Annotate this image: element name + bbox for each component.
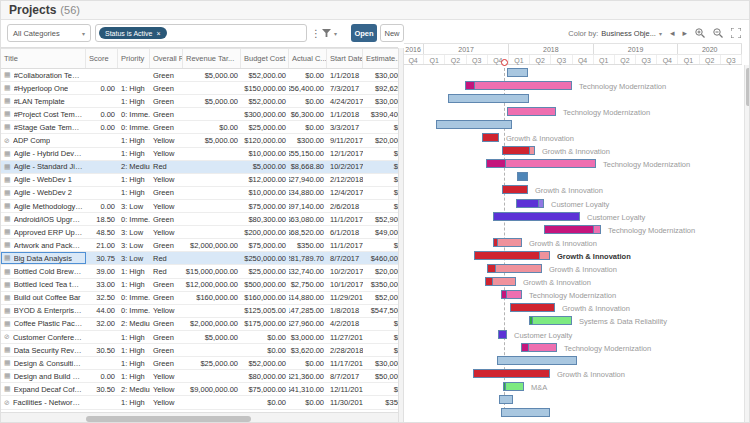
table-row[interactable]: ▦Design and Build New...0.001: HighYello… [1, 370, 398, 383]
gantt-bar-segment[interactable] [501, 408, 550, 417]
zoom-in-button[interactable] [695, 28, 705, 38]
table-row[interactable]: ▦Agile - WebDev 21: HighGreen$10,000.00$… [1, 187, 398, 200]
gantt-bar-segment[interactable] [474, 251, 540, 260]
column-header-overall[interactable]: Overall R... [150, 49, 183, 68]
scroll-right-button[interactable]: ▸ [682, 28, 687, 38]
cell-budget: $80,300.00 [241, 213, 289, 225]
filter-chip[interactable]: Status is Active × [99, 27, 167, 39]
project-title: Agile - Hybrid Develo... [14, 149, 83, 158]
gantt-bar-segment[interactable] [507, 290, 522, 299]
table-row[interactable]: ▦Coffee Plastic Packag...32.002: MediumG… [1, 318, 398, 331]
table-row[interactable]: ▦#Project Cost Template0.000: Imme...Gre… [1, 108, 398, 121]
table-row[interactable]: ▦Agile - WebDev 11: HighYellow$12,000.00… [1, 174, 398, 187]
horizontal-scrollbar-thumb[interactable] [86, 416, 251, 422]
table-row[interactable]: ▦BYOD & Enterprise M...44.000: Imme...Ye… [1, 305, 398, 318]
column-header-actual[interactable]: Actual C... [289, 49, 327, 68]
column-header-budget[interactable]: Budget Cost [241, 49, 289, 68]
column-header-revenue[interactable]: Revenue Tar... [183, 49, 241, 68]
color-by-select[interactable]: Business Obje... [601, 29, 656, 38]
gantt-bar-segment[interactable] [516, 199, 539, 208]
timeline-year: 2016 [404, 44, 424, 54]
cell-revenue: $5,000.00 [183, 135, 241, 147]
gantt-bar-segment[interactable] [473, 369, 550, 378]
gantt-bar-segment[interactable] [493, 277, 516, 286]
new-button[interactable]: New [380, 24, 404, 42]
table-row[interactable]: ▦#LAN Template1: HighGreen$5,000.00$52,0… [1, 95, 398, 108]
gantt-bar-segment[interactable] [506, 159, 596, 168]
gantt-bar-segment[interactable] [502, 185, 528, 194]
column-header-start[interactable]: Start Date [327, 49, 363, 68]
gantt-bar-segment[interactable] [436, 120, 512, 129]
vertical-scrollbar-thumb[interactable] [746, 68, 750, 106]
table-row[interactable]: ▦Artwork and Packagin...21.003: LowGreen… [1, 239, 398, 252]
table-row[interactable]: ▦#Collaboration Templ...Green$5,000.00$5… [1, 69, 398, 82]
gantt-bar-segment[interactable] [521, 343, 529, 352]
gantt-bar-segment[interactable] [475, 81, 572, 90]
category-filter-select[interactable]: All Categories ▾ [7, 24, 91, 42]
gantt-bar-segment[interactable] [496, 264, 542, 273]
column-header-title[interactable]: Title [1, 49, 86, 68]
column-header-priority[interactable]: Priority [118, 49, 150, 68]
table-row[interactable]: ▦Bottled Iced Tea to Gr...33.001: HighGr… [1, 279, 398, 292]
gantt-bar-segment[interactable] [539, 199, 544, 208]
cell-revenue [183, 200, 241, 212]
table-row[interactable]: ▦#Hyperloop One0.001: HighGreen$150,000.… [1, 82, 398, 95]
gantt-bar-segment[interactable] [517, 172, 528, 181]
gantt-bar-segment[interactable] [485, 277, 493, 286]
scroll-left-button[interactable]: ◂ [670, 28, 675, 38]
fit-screen-button[interactable] [731, 28, 741, 38]
table-row[interactable]: ▦Bottled Cold Brew to ...39.001: HighRed… [1, 266, 398, 279]
gantt-bar-segment[interactable] [507, 107, 556, 116]
table-row[interactable]: ⊘ADP Comp1: HighYellow$5,000.00$120,000.… [1, 135, 398, 148]
cell-score [86, 148, 118, 160]
table-row[interactable]: ▦Agile - Standard Jira I...2: MediumRed$… [1, 161, 398, 174]
table-row[interactable]: ▦Expand Decaf Coffee ...30.502: MediumYe… [1, 383, 398, 396]
table-row[interactable]: ▦Android/iOS Upgrade ...18.500: Imme...G… [1, 213, 398, 226]
gantt-bar-segment[interactable] [498, 238, 522, 247]
cell-actual: $6,300.00 [289, 108, 327, 120]
table-row[interactable]: ⊘Customer Conference...1: HighGreen$5,00… [1, 331, 398, 344]
gantt-bar-segment[interactable] [465, 81, 475, 90]
gantt-bar-segment[interactable] [502, 146, 530, 155]
cell-start: 1/1/2018 [327, 69, 363, 81]
project-grid-icon: ▦ [4, 189, 11, 197]
gantt-bar-segment[interactable] [493, 212, 580, 221]
gantt-bar-segment[interactable] [506, 382, 524, 391]
gantt-bar-segment[interactable] [482, 133, 499, 142]
table-row[interactable]: ▦Agile - Hybrid Develo...1: HighYellow$1… [1, 148, 398, 161]
gantt-bar-segment[interactable] [499, 395, 513, 404]
open-button[interactable]: Open [351, 24, 377, 42]
table-row[interactable]: ▦Approved ERP Upgrade48.503: LowYellow$2… [1, 226, 398, 239]
filter-input[interactable]: Status is Active × [95, 24, 307, 42]
gantt-bar-segment[interactable] [487, 264, 496, 273]
gantt-bar-segment[interactable] [594, 225, 601, 234]
table-row[interactable]: ▦Agile Methodology Le...0.003: LowYellow… [1, 200, 398, 213]
gantt-bar-segment[interactable] [529, 343, 557, 352]
chip-close-icon[interactable]: × [156, 30, 160, 37]
zoom-out-button[interactable] [713, 28, 723, 38]
table-row[interactable]: ⊘Facilities - Network Se...1: HighYellow… [1, 397, 398, 410]
today-marker-icon[interactable] [501, 59, 508, 66]
table-row[interactable]: ▦Big Data Analysis30.753: LowRed$250,000… [1, 252, 398, 265]
gantt-vertical-scrollbar[interactable] [744, 65, 750, 423]
table-row[interactable]: ▦Data Security Review ...30.501: HighGre… [1, 344, 398, 357]
gantt-bar-segment[interactable] [498, 330, 507, 339]
table-horizontal-scrollbar[interactable] [1, 412, 398, 423]
column-header-estimate[interactable]: Estimate... [363, 49, 398, 68]
table-row[interactable]: ▦Design & Consulting S...1: HighGreen$25… [1, 357, 398, 370]
gantt-bar-segment[interactable] [540, 251, 550, 260]
filter-funnel-button[interactable]: ▾ [322, 24, 344, 42]
gantt-bar-segment[interactable] [533, 316, 572, 325]
more-options-icon[interactable]: ⋮ [311, 24, 321, 42]
table-row[interactable]: ▦#Stage Gate Template0.000: Imme...Green… [1, 121, 398, 134]
gantt-bar-segment[interactable] [544, 225, 594, 234]
gantt-bar-segment[interactable] [530, 146, 535, 155]
gantt-bar-segment[interactable] [448, 94, 529, 103]
column-header-score[interactable]: Score [86, 49, 118, 68]
gantt-bar-segment[interactable] [497, 356, 577, 365]
table-row[interactable]: ▦Build out Coffee Bar32.500: Imme...Gree… [1, 292, 398, 305]
cell-revenue [183, 305, 241, 317]
gantt-bar-segment[interactable] [510, 303, 555, 312]
gantt-bar-segment[interactable] [507, 68, 528, 77]
gantt-bar-segment[interactable] [486, 159, 506, 168]
